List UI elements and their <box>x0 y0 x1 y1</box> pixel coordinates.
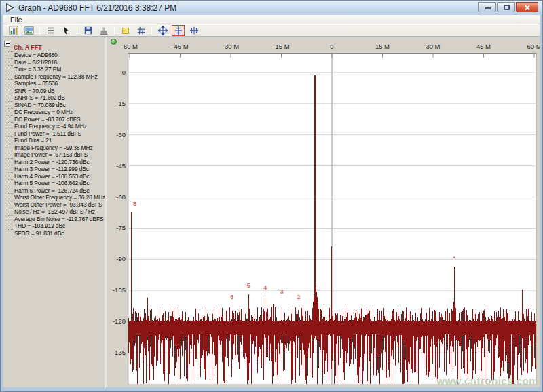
svg-text:4: 4 <box>263 284 267 291</box>
tree-item[interactable]: Image Frequency = -59.38 MHz <box>3 140 105 148</box>
tree-item[interactable]: DC Frequency = 0 MHz <box>3 104 105 112</box>
svg-text:-45: -45 <box>116 162 126 170</box>
svg-text:0: 0 <box>122 68 126 76</box>
tree-item[interactable]: Harm 2 Power = -120.736 dBc <box>3 155 105 162</box>
tree-item[interactable]: Device = AD9680 <box>3 47 105 55</box>
tree-item[interactable]: SNRFS = 71.602 dB <box>3 90 105 98</box>
annotation-icon[interactable] <box>119 25 132 36</box>
svg-text:-15 M: -15 M <box>273 43 289 50</box>
tree-item[interactable]: Harm 3 Power = -112.999 dBc <box>3 161 105 169</box>
main-content: Ch. A FFT Device = AD9680Date = 6/21/201… <box>3 37 540 387</box>
tree-item[interactable]: DC Power = -83.707 dBFS <box>3 112 105 119</box>
tree-item[interactable]: Worst Other Power = -93.343 dBFS <box>3 197 105 205</box>
toolbar-separator <box>114 26 115 35</box>
tree-item[interactable]: Image Power = -67.153 dBFS <box>3 147 105 155</box>
fft-plot-canvas[interactable]: 0-15-30-45-60-75-90-105-120-135-60 M-45 … <box>107 37 540 387</box>
close-icon <box>523 3 531 11</box>
pan-cursors-icon[interactable] <box>156 25 169 36</box>
maximize-button[interactable] <box>497 2 515 12</box>
svg-text:-135: -135 <box>113 349 126 356</box>
svg-text:-105: -105 <box>113 286 126 294</box>
svg-text:-60: -60 <box>116 193 126 201</box>
svg-text:-60 M: -60 M <box>121 43 138 50</box>
drag-hand-icon[interactable] <box>97 25 110 36</box>
tree-items: Device = AD9680Date = 6/21/2016Time = 3:… <box>3 47 105 233</box>
tree-item[interactable]: SFDR = 91.831 dBc <box>3 226 105 233</box>
tree-item[interactable]: Harm 5 Power = -106.862 dBc <box>3 176 105 183</box>
app-window: Graph - AD9680 FFT 6/21/2016 3:38:27 PM … <box>0 0 543 392</box>
svg-text:*: * <box>453 255 455 262</box>
tree-item[interactable]: Sample Frequency = 122.88 MHz <box>3 69 105 77</box>
svg-text:-75: -75 <box>116 224 126 231</box>
tree-item[interactable]: Time = 3:38:27 PM <box>3 62 105 69</box>
app-icon <box>5 3 15 13</box>
data-list-icon[interactable] <box>44 25 57 36</box>
vertical-cursor-icon[interactable] <box>172 25 185 36</box>
tree-item[interactable]: Noise / Hz = -152.497 dBFS / Hz <box>3 204 105 212</box>
toolbar-separator <box>151 26 152 35</box>
collapse-icon[interactable] <box>4 41 10 47</box>
tree-item[interactable]: Harm 6 Power = -126.724 dBc <box>3 183 105 191</box>
close-button[interactable] <box>516 2 538 12</box>
toolbar-separator <box>77 26 77 35</box>
export-image-icon[interactable] <box>22 25 35 36</box>
svg-text:-45 M: -45 M <box>172 43 188 50</box>
tree-root[interactable]: Ch. A FFT <box>3 40 105 47</box>
tree-item[interactable]: Samples = 65536 <box>3 76 105 83</box>
tree-item[interactable]: Average Bin Noise = -119.767 dBFS <box>3 212 105 219</box>
tree-item[interactable]: SNR = 70.09 dB <box>3 83 105 91</box>
fft-results-tree: Ch. A FFT Device = AD9680Date = 6/21/201… <box>3 37 105 387</box>
window-title: Graph - AD9680 FFT 6/21/2016 3:38:27 PM <box>18 3 176 13</box>
minimize-icon <box>485 7 491 9</box>
svg-text:-90: -90 <box>116 255 126 262</box>
menu-file[interactable]: File <box>7 16 25 24</box>
svg-text:45 M: 45 M <box>476 43 491 50</box>
svg-text:8: 8 <box>133 201 136 208</box>
tree-item[interactable]: Fund Frequency = -4.94 MHz <box>3 119 105 126</box>
svg-text:0: 0 <box>330 43 333 50</box>
tree-item[interactable]: THD = -103.912 dBc <box>3 218 105 226</box>
titlebar[interactable]: Graph - AD9680 FFT 6/21/2016 3:38:27 PM <box>1 1 542 15</box>
svg-text:-120: -120 <box>113 317 126 325</box>
svg-text:-15: -15 <box>116 100 126 107</box>
tree-item[interactable]: Worst Other Frequency = 36.28 MHz <box>3 190 105 197</box>
copy-graph-icon[interactable] <box>7 25 20 36</box>
svg-text:60 M: 60 M <box>527 43 540 50</box>
tree-item[interactable]: Harm 4 Power = -108.553 dBc <box>3 169 105 176</box>
plot-panel: 0-15-30-45-60-75-90-105-120-135-60 M-45 … <box>107 37 540 387</box>
toolbar <box>3 24 540 37</box>
tree-item[interactable]: Fund Bins = 21 <box>3 133 105 140</box>
minimize-button[interactable] <box>478 2 496 12</box>
tree-item[interactable]: Date = 6/21/2016 <box>3 55 105 62</box>
svg-text:15 M: 15 M <box>375 43 390 50</box>
tree-item[interactable]: Fund Power = -1.511 dBFS <box>3 126 105 134</box>
menubar: File <box>3 15 540 24</box>
svg-text:-30: -30 <box>116 131 126 138</box>
grid-toggle-icon[interactable] <box>134 25 147 36</box>
svg-text:30 M: 30 M <box>426 43 440 50</box>
save-icon[interactable] <box>81 25 94 36</box>
horizontal-cursor-icon[interactable] <box>187 25 200 36</box>
maximize-icon <box>504 5 510 10</box>
cursor-tool-icon[interactable] <box>60 25 73 36</box>
svg-text:6: 6 <box>230 294 233 300</box>
toolbar-separator <box>39 26 40 35</box>
watermark: www.cntronics.com <box>436 375 538 387</box>
tree-item[interactable]: SINAD = 70.089 dBc <box>3 98 105 105</box>
svg-text:3: 3 <box>280 288 284 295</box>
svg-text:5: 5 <box>247 282 250 289</box>
svg-text:-30 M: -30 M <box>223 43 239 50</box>
svg-text:2: 2 <box>297 294 300 300</box>
tree-item-label: SFDR = 91.831 dBc <box>14 230 64 237</box>
